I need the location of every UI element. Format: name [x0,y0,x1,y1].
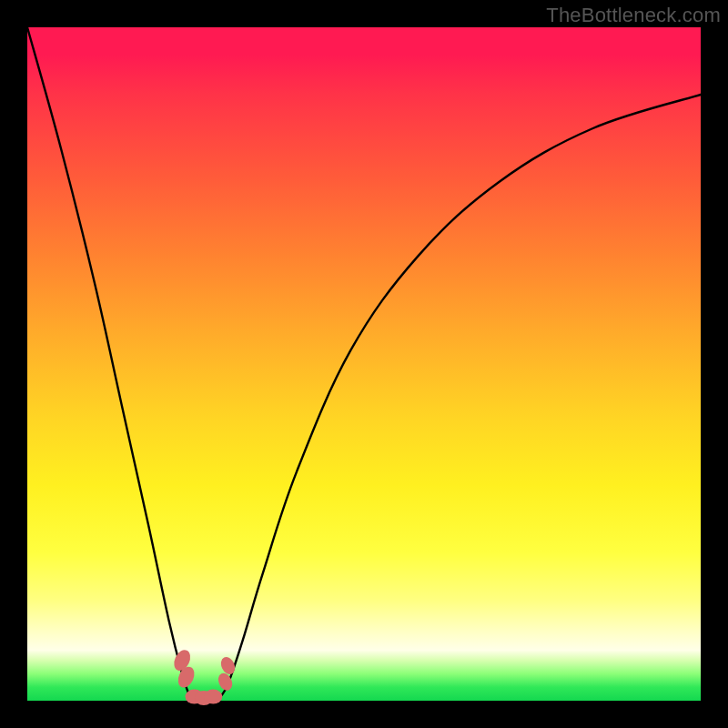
curve-marker [204,690,222,704]
plot-area [27,27,701,701]
outer-frame: TheBottleneck.com [0,0,728,728]
curve-markers [171,647,238,705]
watermark-text: TheBottleneck.com [546,4,721,27]
chart-svg [27,27,701,701]
bottleneck-curve [27,27,701,702]
